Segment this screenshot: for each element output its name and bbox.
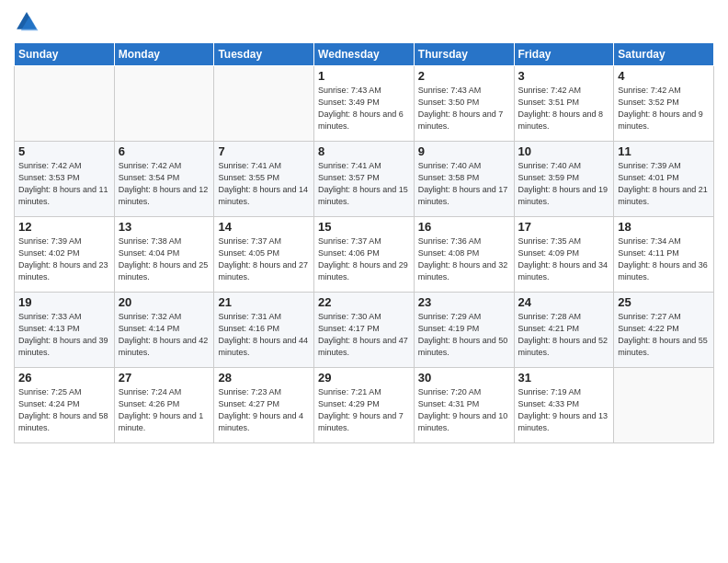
day-info: Sunrise: 7:42 AMSunset: 3:52 PMDaylight:… [618,85,710,132]
day-number: 16 [418,220,510,234]
week-row-5: 26Sunrise: 7:25 AMSunset: 4:24 PMDayligh… [15,368,714,443]
day-cell [114,66,214,142]
day-cell: 31Sunrise: 7:19 AMSunset: 4:33 PMDayligh… [514,368,614,443]
day-info: Sunrise: 7:21 AMSunset: 4:29 PMDaylight:… [318,386,410,434]
day-cell: 26Sunrise: 7:25 AMSunset: 4:24 PMDayligh… [15,368,115,443]
week-row-2: 5Sunrise: 7:42 AMSunset: 3:53 PMDaylight… [15,142,714,217]
day-cell: 8Sunrise: 7:41 AMSunset: 3:57 PMDaylight… [314,142,415,217]
day-cell: 18Sunrise: 7:34 AMSunset: 4:11 PMDayligh… [614,217,714,293]
day-info: Sunrise: 7:43 AMSunset: 3:50 PMDaylight:… [418,85,510,132]
day-number: 18 [618,220,710,234]
day-info: Sunrise: 7:36 AMSunset: 4:08 PMDaylight:… [418,236,510,283]
day-number: 2 [418,69,510,83]
day-number: 4 [618,69,710,83]
day-number: 21 [218,295,310,309]
day-cell: 7Sunrise: 7:41 AMSunset: 3:55 PMDaylight… [214,142,314,217]
day-cell: 20Sunrise: 7:32 AMSunset: 4:14 PMDayligh… [114,293,214,368]
day-cell: 10Sunrise: 7:40 AMSunset: 3:59 PMDayligh… [514,142,614,217]
day-info: Sunrise: 7:24 AMSunset: 4:26 PMDaylight:… [119,386,210,434]
day-info: Sunrise: 7:42 AMSunset: 3:54 PMDaylight:… [119,160,210,208]
day-number: 3 [518,69,610,83]
day-number: 25 [618,295,710,309]
day-info: Sunrise: 7:33 AMSunset: 4:13 PMDaylight:… [18,311,110,359]
day-number: 15 [318,220,410,234]
day-number: 31 [518,371,610,385]
weekday-header-thursday: Thursday [414,43,514,66]
day-number: 20 [119,295,210,309]
day-number: 23 [418,295,510,309]
day-number: 13 [119,220,210,234]
day-number: 14 [218,220,310,234]
weekday-header-wednesday: Wednesday [314,43,415,66]
day-number: 30 [418,371,510,385]
weekday-header-monday: Monday [114,43,214,66]
day-number: 7 [218,144,310,158]
day-cell: 5Sunrise: 7:42 AMSunset: 3:53 PMDaylight… [15,142,115,217]
day-number: 17 [518,220,610,234]
week-row-1: 1Sunrise: 7:43 AMSunset: 3:49 PMDaylight… [15,66,714,142]
day-cell: 17Sunrise: 7:35 AMSunset: 4:09 PMDayligh… [514,217,614,293]
page: SundayMondayTuesdayWednesdayThursdayFrid… [0,0,728,563]
weekday-header-saturday: Saturday [614,43,714,66]
day-info: Sunrise: 7:29 AMSunset: 4:19 PMDaylight:… [418,311,510,359]
day-info: Sunrise: 7:19 AMSunset: 4:33 PMDaylight:… [518,386,610,434]
day-cell: 16Sunrise: 7:36 AMSunset: 4:08 PMDayligh… [414,217,514,293]
day-cell: 22Sunrise: 7:30 AMSunset: 4:17 PMDayligh… [314,293,415,368]
day-cell: 3Sunrise: 7:42 AMSunset: 3:51 PMDaylight… [514,66,614,142]
day-number: 1 [318,69,410,83]
day-cell: 9Sunrise: 7:40 AMSunset: 3:58 PMDaylight… [414,142,514,217]
day-info: Sunrise: 7:27 AMSunset: 4:22 PMDaylight:… [618,311,710,359]
day-number: 27 [119,371,210,385]
day-info: Sunrise: 7:20 AMSunset: 4:31 PMDaylight:… [418,386,510,434]
day-cell: 14Sunrise: 7:37 AMSunset: 4:05 PMDayligh… [214,217,314,293]
day-cell: 15Sunrise: 7:37 AMSunset: 4:06 PMDayligh… [314,217,415,293]
day-cell: 2Sunrise: 7:43 AMSunset: 3:50 PMDaylight… [414,66,514,142]
day-info: Sunrise: 7:30 AMSunset: 4:17 PMDaylight:… [318,311,410,359]
day-info: Sunrise: 7:37 AMSunset: 4:06 PMDaylight:… [318,236,410,283]
day-cell [614,368,714,443]
logo [14,9,43,35]
day-cell: 13Sunrise: 7:38 AMSunset: 4:04 PMDayligh… [114,217,214,293]
day-number: 26 [18,371,110,385]
day-info: Sunrise: 7:38 AMSunset: 4:04 PMDaylight:… [119,236,210,283]
calendar-table: SundayMondayTuesdayWednesdayThursdayFrid… [14,42,714,443]
day-number: 6 [119,144,210,158]
day-cell: 1Sunrise: 7:43 AMSunset: 3:49 PMDaylight… [314,66,415,142]
day-info: Sunrise: 7:23 AMSunset: 4:27 PMDaylight:… [218,386,310,434]
week-row-3: 12Sunrise: 7:39 AMSunset: 4:02 PMDayligh… [15,217,714,293]
day-cell [15,66,115,142]
day-info: Sunrise: 7:34 AMSunset: 4:11 PMDaylight:… [618,236,710,283]
day-number: 12 [18,220,110,234]
day-cell: 19Sunrise: 7:33 AMSunset: 4:13 PMDayligh… [15,293,115,368]
day-number: 10 [518,144,610,158]
weekday-header-row: SundayMondayTuesdayWednesdayThursdayFrid… [15,43,714,66]
day-info: Sunrise: 7:40 AMSunset: 3:59 PMDaylight:… [518,160,610,208]
weekday-header-friday: Friday [514,43,614,66]
day-info: Sunrise: 7:35 AMSunset: 4:09 PMDaylight:… [518,236,610,283]
logo-icon [14,9,40,35]
day-cell: 11Sunrise: 7:39 AMSunset: 4:01 PMDayligh… [614,142,714,217]
header [14,9,714,35]
day-number: 9 [418,144,510,158]
day-info: Sunrise: 7:28 AMSunset: 4:21 PMDaylight:… [518,311,610,359]
day-info: Sunrise: 7:40 AMSunset: 3:58 PMDaylight:… [418,160,510,208]
day-cell: 6Sunrise: 7:42 AMSunset: 3:54 PMDaylight… [114,142,214,217]
day-info: Sunrise: 7:25 AMSunset: 4:24 PMDaylight:… [18,386,110,434]
day-info: Sunrise: 7:37 AMSunset: 4:05 PMDaylight:… [218,236,310,283]
day-info: Sunrise: 7:32 AMSunset: 4:14 PMDaylight:… [119,311,210,359]
day-info: Sunrise: 7:43 AMSunset: 3:49 PMDaylight:… [318,85,410,132]
day-cell: 29Sunrise: 7:21 AMSunset: 4:29 PMDayligh… [314,368,415,443]
day-number: 28 [218,371,310,385]
day-cell: 28Sunrise: 7:23 AMSunset: 4:27 PMDayligh… [214,368,314,443]
day-info: Sunrise: 7:41 AMSunset: 3:55 PMDaylight:… [218,160,310,208]
day-info: Sunrise: 7:39 AMSunset: 4:01 PMDaylight:… [618,160,710,208]
day-info: Sunrise: 7:31 AMSunset: 4:16 PMDaylight:… [218,311,310,359]
day-cell: 24Sunrise: 7:28 AMSunset: 4:21 PMDayligh… [514,293,614,368]
day-number: 5 [18,144,110,158]
day-cell: 4Sunrise: 7:42 AMSunset: 3:52 PMDaylight… [614,66,714,142]
day-cell: 21Sunrise: 7:31 AMSunset: 4:16 PMDayligh… [214,293,314,368]
day-info: Sunrise: 7:42 AMSunset: 3:51 PMDaylight:… [518,85,610,132]
day-number: 19 [18,295,110,309]
day-cell: 23Sunrise: 7:29 AMSunset: 4:19 PMDayligh… [414,293,514,368]
day-cell: 12Sunrise: 7:39 AMSunset: 4:02 PMDayligh… [15,217,115,293]
